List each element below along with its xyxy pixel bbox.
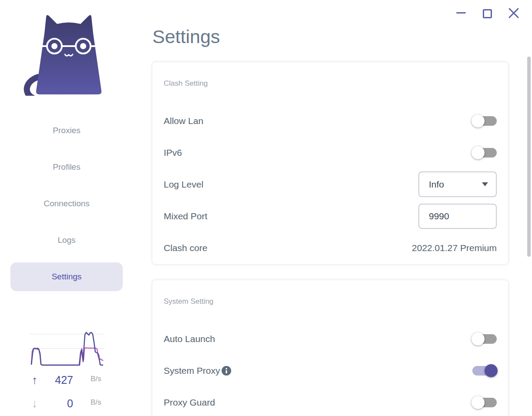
system-setting-card: System Setting Auto Launch System Proxy … bbox=[152, 280, 508, 416]
scrollbar-thumb[interactable] bbox=[527, 57, 531, 257]
mixed-port-row: Mixed Port bbox=[164, 200, 497, 232]
clash-cat-logo-icon bbox=[20, 12, 102, 96]
system-proxy-label: System Proxy bbox=[164, 366, 220, 376]
proxy-guard-label: Proxy Guard bbox=[164, 397, 215, 408]
minimize-icon[interactable] bbox=[456, 12, 466, 13]
system-proxy-row: System Proxy bbox=[164, 355, 497, 386]
sidebar-item-settings[interactable]: Settings bbox=[10, 262, 123, 291]
mixed-port-input[interactable] bbox=[418, 204, 497, 229]
download-arrow-icon: ↓ bbox=[32, 396, 37, 411]
upload-arrow-icon: ↑ bbox=[32, 372, 37, 387]
auto-launch-label: Auto Launch bbox=[164, 334, 215, 344]
sidebar-item-profiles[interactable]: Profiles bbox=[10, 153, 123, 181]
close-icon[interactable] bbox=[508, 7, 519, 19]
log-level-value: Info bbox=[429, 179, 444, 190]
log-level-row: Log Level Info bbox=[164, 168, 497, 200]
download-value: 0 bbox=[43, 396, 73, 411]
chevron-down-icon bbox=[482, 182, 488, 186]
info-icon[interactable] bbox=[222, 366, 231, 376]
ipv6-toggle[interactable] bbox=[472, 148, 497, 158]
clash-core-row: Clash core 2022.01.27 Premium bbox=[164, 232, 497, 264]
upload-unit: B/s bbox=[91, 375, 101, 383]
app-window: Proxies Profiles Connections Logs Settin… bbox=[0, 0, 532, 416]
download-unit: B/s bbox=[91, 398, 101, 407]
ipv6-row: IPv6 bbox=[164, 137, 497, 168]
system-proxy-toggle[interactable] bbox=[472, 366, 497, 376]
log-level-label: Log Level bbox=[164, 179, 203, 190]
clash-setting-header: Clash Setting bbox=[164, 62, 497, 105]
maximize-icon[interactable] bbox=[483, 9, 492, 18]
ipv6-label: IPv6 bbox=[164, 148, 182, 158]
sidebar-item-proxies[interactable]: Proxies bbox=[10, 116, 123, 145]
upload-stat-row: ↑ 427 B/s bbox=[30, 372, 104, 387]
clash-core-value: 2022.01.27 Premium bbox=[412, 243, 497, 253]
upload-value: 427 bbox=[43, 372, 73, 387]
auto-launch-row: Auto Launch bbox=[164, 323, 497, 355]
page-title: Settings bbox=[152, 26, 220, 47]
download-line bbox=[31, 348, 103, 365]
traffic-sparkline bbox=[29, 329, 104, 367]
download-stat-row: ↓ 0 B/s bbox=[30, 396, 104, 411]
allow-lan-label: Allow Lan bbox=[164, 116, 203, 126]
system-setting-header: System Setting bbox=[164, 280, 497, 323]
log-level-select[interactable]: Info bbox=[418, 171, 497, 197]
auto-launch-toggle[interactable] bbox=[472, 334, 497, 344]
proxy-guard-toggle[interactable] bbox=[472, 398, 497, 407]
allow-lan-row: Allow Lan bbox=[164, 105, 497, 137]
allow-lan-toggle[interactable] bbox=[472, 116, 497, 126]
sidebar-item-connections[interactable]: Connections bbox=[10, 189, 123, 218]
mixed-port-label: Mixed Port bbox=[164, 211, 207, 221]
sidebar-nav: Proxies Profiles Connections Logs Settin… bbox=[10, 116, 123, 299]
clash-core-label: Clash core bbox=[164, 243, 207, 253]
clash-setting-card: Clash Setting Allow Lan IPv6 Log Level I… bbox=[152, 62, 508, 264]
sidebar: Proxies Profiles Connections Logs Settin… bbox=[0, 0, 144, 416]
proxy-guard-row: Proxy Guard bbox=[164, 386, 497, 416]
sidebar-item-logs[interactable]: Logs bbox=[10, 226, 123, 255]
